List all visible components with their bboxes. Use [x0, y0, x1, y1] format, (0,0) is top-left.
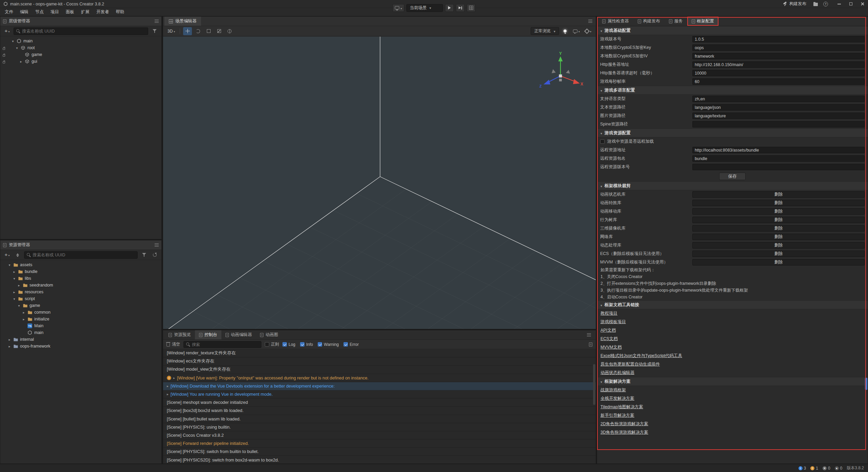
asset-tree-item[interactable]: common: [0, 309, 161, 316]
menu-item[interactable]: 面板: [62, 8, 78, 16]
create-asset-button[interactable]: [3, 251, 11, 259]
field-input[interactable]: [692, 36, 865, 42]
regex-toggle[interactable]: 正则: [265, 341, 279, 347]
delete-module-button[interactable]: 删除: [692, 242, 865, 249]
inspector-scrollbar[interactable]: [865, 378, 867, 390]
field-input[interactable]: [692, 78, 865, 85]
save-button[interactable]: 保存: [719, 173, 746, 180]
console-line[interactable]: ! [Scene] [bullet]:bullet wasm lib loade…: [163, 415, 596, 423]
expand-chevron-icon[interactable]: [167, 384, 169, 388]
section-doc-links[interactable]: 框架文档工具链接: [597, 300, 868, 309]
step-button[interactable]: [456, 4, 465, 12]
hierarchy-tree-item[interactable]: root: [0, 44, 161, 51]
delete-module-button[interactable]: 删除: [692, 225, 865, 232]
delete-module-button[interactable]: 删除: [692, 217, 865, 223]
section-game-basic[interactable]: 游戏基础配置: [597, 26, 868, 35]
inspector-tab[interactable]: 属性检查器: [598, 17, 633, 26]
tree-chevron-icon[interactable]: [22, 317, 25, 321]
build-publish-button[interactable]: 构建发布: [780, 0, 810, 8]
mode-3d-button[interactable]: 3D: [166, 27, 177, 35]
minimize-button[interactable]: [833, 0, 845, 8]
inspector-tab[interactable]: 服务: [665, 17, 687, 26]
clear-console-button[interactable]: 清空: [166, 341, 180, 347]
orientation-gizmo[interactable]: Y X Z: [537, 52, 584, 99]
tree-chevron-icon[interactable]: [17, 304, 21, 308]
asset-tree-item[interactable]: internal: [0, 336, 161, 343]
asset-tree-item[interactable]: assets: [0, 261, 161, 268]
hierarchy-tree-item[interactable]: game: [0, 51, 161, 58]
hierarchy-tree-item[interactable]: main: [0, 38, 161, 44]
camera-settings-button[interactable]: [571, 27, 581, 35]
asset-tree-item[interactable]: resources: [0, 289, 161, 295]
field-input[interactable]: [692, 96, 865, 102]
field-input[interactable]: [692, 61, 865, 68]
create-node-button[interactable]: [3, 27, 11, 35]
rect-tool-button[interactable]: [204, 27, 213, 35]
panel-menu-icon[interactable]: [155, 243, 159, 247]
asset-tree-item[interactable]: script: [0, 295, 161, 302]
console-line[interactable]: ! [Window] render_texture文件夹存在: [163, 349, 596, 357]
field-input[interactable]: [692, 121, 865, 127]
warning-count[interactable]: !1: [810, 466, 818, 471]
delete-module-button[interactable]: 删除: [692, 259, 865, 266]
scene-viewport[interactable]: Y X Z: [163, 37, 596, 329]
tree-chevron-icon[interactable]: [13, 270, 16, 274]
refresh-assets-button[interactable]: [151, 251, 159, 259]
sort-assets-button[interactable]: [14, 251, 22, 259]
tab-scene-editor[interactable]: 场景编辑器: [164, 17, 201, 26]
field-input[interactable]: [692, 164, 865, 170]
panel-menu-icon[interactable]: [587, 333, 591, 336]
open-project-folder-button[interactable]: [811, 0, 820, 8]
assets-search-input[interactable]: [33, 253, 135, 257]
menu-item[interactable]: 编辑: [17, 8, 32, 16]
menu-item[interactable]: 节点: [32, 8, 47, 16]
log-filter-toggle[interactable]: Info: [300, 342, 313, 347]
expand-chevron-icon[interactable]: [167, 392, 169, 396]
lighting-toggle-button[interactable]: [561, 27, 570, 35]
tree-chevron-icon[interactable]: [17, 283, 21, 287]
delete-module-button[interactable]: 删除: [692, 200, 865, 206]
task-count[interactable]: ♦0: [835, 466, 843, 471]
collapse-logs-icon[interactable]: [589, 342, 592, 347]
solution-link[interactable]: 2D角色扮演游戏解决方案: [600, 421, 648, 427]
field-input[interactable]: [692, 104, 865, 111]
hierarchy-search-input[interactable]: [22, 29, 146, 34]
console-line[interactable]: ! [Window] model_view文件夹存在: [163, 366, 596, 374]
solution-link[interactable]: Tiledmap地图解决方案: [600, 404, 643, 410]
field-input[interactable]: [692, 53, 865, 59]
tree-chevron-icon[interactable]: [13, 297, 16, 301]
solution-link[interactable]: 3D角色扮演游戏解决方案: [600, 430, 648, 435]
console-tab[interactable]: 控制台: [195, 330, 221, 339]
field-input[interactable]: [692, 70, 865, 76]
console-line[interactable]: ! [Window] [Vue warn]: Property "onInput…: [163, 374, 596, 382]
filter-checkbox[interactable]: [282, 342, 287, 347]
panel-menu-icon[interactable]: [155, 20, 159, 23]
doc-link[interactable]: 动画状态机编辑器: [600, 370, 634, 376]
doc-link[interactable]: ECS文档: [600, 336, 618, 342]
asset-tree-item[interactable]: libs: [0, 275, 161, 282]
solution-link[interactable]: 全栈开发解决方案: [600, 396, 634, 401]
doc-link[interactable]: 原生包热更新配置自动生成插件: [600, 361, 660, 367]
section-solutions[interactable]: 框架解决方案: [597, 377, 868, 386]
inspector-tab[interactable]: 框架配置: [687, 17, 718, 26]
tree-chevron-icon[interactable]: [13, 277, 16, 280]
panel-menu-icon[interactable]: [588, 20, 592, 23]
assets-search[interactable]: [24, 251, 138, 259]
menu-item[interactable]: 扩展: [78, 8, 93, 16]
hierarchy-filter-button[interactable]: [151, 27, 159, 35]
console-line[interactable]: ! [Scene] meshopt wasm decoder initializ…: [163, 398, 596, 407]
console-line[interactable]: ! [Window] You are running Vue in develo…: [163, 390, 596, 398]
delete-module-button[interactable]: 删除: [692, 208, 865, 215]
log-filter-toggle[interactable]: Warning: [318, 342, 339, 347]
menu-item[interactable]: 帮助: [113, 8, 128, 16]
lock-toggle[interactable]: [3, 39, 5, 44]
doc-link[interactable]: 教程项目: [600, 311, 617, 316]
solution-link[interactable]: 新手引导解决方案: [600, 413, 634, 418]
remote-load-checkbox[interactable]: [600, 139, 605, 144]
console-scrollbar[interactable]: [593, 364, 595, 405]
asset-tree-item[interactable]: main: [0, 329, 161, 336]
asset-tree-item[interactable]: game: [0, 302, 161, 309]
field-input[interactable]: [692, 44, 865, 51]
view-mode-dropdown[interactable]: 正常浏览: [531, 27, 559, 35]
delete-module-button[interactable]: 删除: [692, 191, 865, 198]
